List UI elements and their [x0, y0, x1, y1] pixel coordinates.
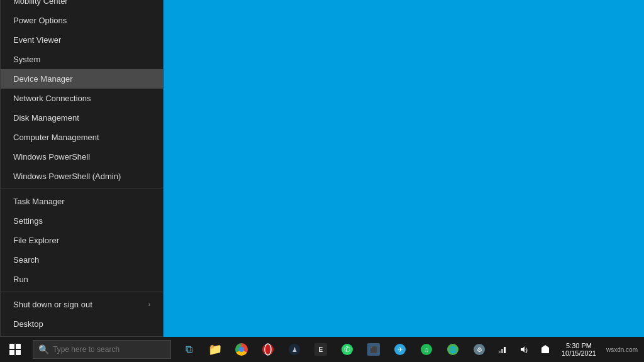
- app11-icon: ⚙: [473, 343, 486, 356]
- taskbar-app-icons: ⧉ 📁 ♟ E: [176, 337, 492, 362]
- whatsapp-icon: ✆: [341, 343, 353, 356]
- menu-item-event-viewer[interactable]: Event Viewer: [1, 30, 163, 50]
- tray-icon-network[interactable]: [492, 337, 513, 362]
- menu-item-disk-management[interactable]: Disk Management: [1, 108, 163, 128]
- menu-item-settings[interactable]: Settings: [1, 211, 163, 231]
- taskbar: 🔍 ⧉ 📁 ♟ E: [0, 337, 644, 362]
- svg-text:E: E: [319, 346, 323, 353]
- menu-item-power-options[interactable]: Power Options: [1, 11, 163, 30]
- clock-time: 5:30 PM: [566, 342, 592, 349]
- opera-icon: [262, 343, 274, 356]
- telegram-icon: ✈: [394, 343, 406, 356]
- separator-1: [1, 189, 163, 189]
- menu-item-network-connections[interactable]: Network Connections: [1, 89, 163, 108]
- menu-item-computer-management[interactable]: Computer Management: [1, 128, 163, 147]
- menu-item-search[interactable]: Search: [1, 250, 163, 270]
- spotify-icon: ♫: [420, 343, 433, 356]
- taskbar-icon-app10[interactable]: 🌐: [440, 337, 465, 362]
- search-icon: 🔍: [38, 344, 49, 354]
- menu-item-device-manager[interactable]: Device Manager: [1, 69, 163, 89]
- start-button[interactable]: [0, 337, 30, 362]
- app7-icon: ⬛: [367, 343, 380, 356]
- menu-item-mobility-center[interactable]: Mobility Center: [1, 0, 163, 11]
- tray-icon-volume[interactable]: ) ): [514, 337, 534, 362]
- svg-rect-19: [501, 349, 503, 353]
- taskbar-icon-telegram[interactable]: ✈: [387, 337, 413, 362]
- menu-item-system[interactable]: System: [1, 50, 163, 69]
- menu-item-shut-down[interactable]: Shut down or sign out ›: [1, 295, 163, 314]
- taskbar-tray: ) ) 5:30 PM 10/15/2021 wsxdn.com: [492, 337, 644, 362]
- svg-text:✈: ✈: [397, 346, 403, 353]
- taskbar-icon-steam[interactable]: ♟: [282, 337, 307, 362]
- svg-text:♫: ♫: [424, 346, 429, 353]
- taskbar-search[interactable]: 🔍: [33, 340, 171, 359]
- menu-item-powershell[interactable]: Windows PowerShell: [1, 147, 163, 167]
- taskbar-icon-spotify[interactable]: ♫: [414, 337, 439, 362]
- taskbar-icon-whatsapp[interactable]: ✆: [335, 337, 360, 362]
- svg-marker-25: [541, 345, 549, 348]
- svg-rect-20: [504, 347, 506, 353]
- taskbar-icon-opera[interactable]: [255, 337, 280, 362]
- clock-date: 10/15/2021: [562, 349, 596, 357]
- steam-icon: ♟: [288, 343, 301, 356]
- app10-icon: 🌐: [447, 343, 459, 356]
- search-input[interactable]: [53, 345, 165, 354]
- svg-rect-24: [541, 348, 549, 353]
- svg-text:): ): [526, 347, 528, 353]
- taskbar-icon-app7[interactable]: ⬛: [361, 337, 386, 362]
- windows-logo-icon: [9, 344, 21, 355]
- svg-text:♟: ♟: [292, 346, 297, 353]
- context-menu: Apps and Features Mobility Center Power …: [0, 0, 164, 337]
- menu-item-file-explorer[interactable]: File Explorer: [1, 231, 163, 250]
- epic-icon: E: [314, 343, 327, 356]
- svg-marker-21: [521, 346, 525, 353]
- svg-rect-18: [499, 351, 501, 353]
- submenu-arrow-icon: ›: [148, 301, 150, 308]
- tray-icon-notification[interactable]: [535, 337, 555, 362]
- svg-text:⬛: ⬛: [370, 346, 378, 354]
- menu-item-desktop[interactable]: Desktop: [1, 314, 163, 334]
- taskbar-icon-epic[interactable]: E: [308, 337, 333, 362]
- watermark: wsxdn.com: [602, 346, 641, 353]
- tray-clock[interactable]: 5:30 PM 10/15/2021: [557, 337, 601, 362]
- svg-text:✆: ✆: [344, 345, 350, 354]
- taskbar-icon-file-explorer[interactable]: 📁: [203, 337, 228, 362]
- taskbar-icon-task-view[interactable]: ⧉: [176, 337, 201, 362]
- svg-point-0: [262, 344, 274, 355]
- separator-2: [1, 292, 163, 292]
- svg-text:⚙: ⚙: [477, 346, 482, 353]
- menu-item-run[interactable]: Run: [1, 270, 163, 289]
- menu-item-powershell-admin[interactable]: Windows PowerShell (Admin): [1, 167, 163, 186]
- taskbar-icon-chrome[interactable]: [229, 337, 254, 362]
- svg-text:🌐: 🌐: [449, 346, 457, 354]
- taskbar-icon-app11[interactable]: ⚙: [467, 337, 492, 362]
- menu-item-task-manager[interactable]: Task Manager: [1, 192, 163, 211]
